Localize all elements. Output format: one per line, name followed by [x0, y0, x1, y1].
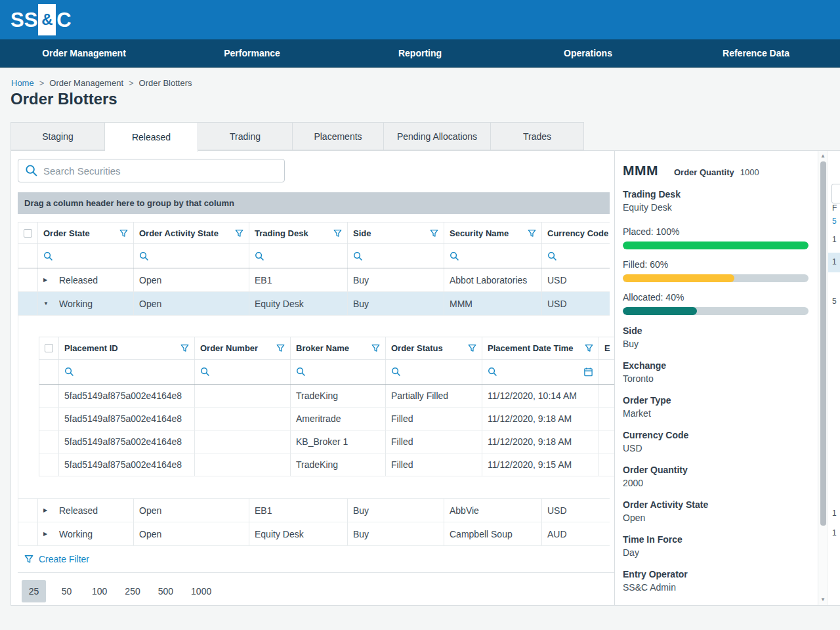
top-brand-bar: SS&C: [0, 0, 840, 39]
row-checkbox-cell: [39, 408, 59, 430]
nav-reporting[interactable]: Reporting: [336, 39, 504, 67]
field-label: Time In Force: [623, 534, 808, 545]
field-label: Currency Code: [623, 430, 808, 441]
tab-pending-allocations[interactable]: Pending Allocations: [384, 122, 491, 150]
cell-order-number: [195, 453, 291, 476]
filter-cell-side[interactable]: [348, 244, 444, 268]
select-all-checkbox[interactable]: [45, 344, 53, 352]
field-value: Equity Desk: [623, 202, 808, 213]
detail-field-order-quantity: Order Quantity2000: [623, 465, 808, 489]
page-size-25[interactable]: 25: [22, 580, 46, 602]
cell-order-status: Filled: [386, 453, 482, 476]
filter-funnel-icon[interactable]: [430, 229, 438, 238]
blotter-tabs: Staging Released Trading Placements Pend…: [10, 122, 584, 152]
filter-funnel-icon[interactable]: [333, 229, 342, 238]
order-row-2[interactable]: ▶Released Open EB1 Buy AbbVie USD: [18, 499, 610, 522]
filter-funnel-icon[interactable]: [119, 229, 128, 238]
filter-funnel-icon[interactable]: [180, 344, 189, 352]
field-value: Open: [623, 513, 808, 524]
order-row-3[interactable]: ▶Working Open Equity Desk Buy Campbell S…: [18, 522, 610, 546]
create-filter-label: Create Filter: [39, 554, 89, 564]
orders-filter-row: [18, 244, 610, 268]
breadcrumb-home[interactable]: Home: [11, 78, 34, 88]
nav-order-management[interactable]: Order Management: [0, 39, 168, 67]
page-size-250[interactable]: 250: [120, 580, 144, 602]
field-label: Exchange: [623, 360, 808, 371]
filter-funnel-icon[interactable]: [276, 344, 285, 352]
col-broker-name[interactable]: Broker Name: [291, 337, 386, 359]
tab-placements[interactable]: Placements: [293, 122, 384, 150]
order-detail-panel: MMM Order Quantity 1000 Trading Desk Equ…: [614, 151, 818, 605]
col-order-status[interactable]: Order Status: [386, 337, 482, 359]
expand-arrow-icon[interactable]: ▶: [43, 277, 52, 283]
placement-row-1[interactable]: 5fad5149af875a002e4164e8 Ameritrade Fill…: [39, 408, 614, 430]
filter-cell-security-name[interactable]: [444, 244, 542, 268]
filter-funnel-icon[interactable]: [371, 344, 380, 352]
tab-released[interactable]: Released: [105, 122, 198, 152]
nav-operations[interactable]: Operations: [504, 39, 672, 67]
clipped-right-panel: F 5 1 1 5 1 1: [828, 151, 840, 605]
select-all-checkbox[interactable]: [24, 229, 32, 238]
col-label: Side: [353, 228, 371, 238]
create-filter-button[interactable]: Create Filter: [18, 546, 614, 573]
page-size-50[interactable]: 50: [54, 580, 79, 602]
page-size-1000[interactable]: 1000: [186, 580, 216, 602]
nav-reference-data[interactable]: Reference Data: [672, 39, 840, 67]
scroll-down-arrow-icon[interactable]: ▼: [818, 595, 828, 604]
group-by-drop-zone[interactable]: Drag a column header here to group by th…: [18, 192, 610, 214]
filter-cell-order-status[interactable]: [386, 360, 482, 384]
row-checkbox-cell: [39, 385, 59, 407]
col-side[interactable]: Side: [348, 222, 444, 243]
calendar-icon[interactable]: [583, 367, 593, 377]
scroll-up-arrow-icon[interactable]: ▲: [818, 152, 828, 161]
col-order-activity-state[interactable]: Order Activity State: [134, 222, 249, 243]
filter-cell-currency-code[interactable]: [542, 244, 610, 268]
tab-trades[interactable]: Trades: [491, 122, 584, 150]
breadcrumb-separator: >: [129, 78, 134, 88]
expand-arrow-icon[interactable]: ▶: [43, 507, 52, 513]
progress-track: [623, 242, 808, 249]
cell-placement-date-time: 11/12/2020, 9:18 AM: [482, 408, 599, 430]
col-order-state[interactable]: Order State: [38, 222, 134, 243]
row-checkbox-cell: [18, 499, 38, 522]
filter-cell-placement-date-time[interactable]: [482, 360, 599, 384]
detail-field-time-in-force: Time In ForceDay: [623, 534, 808, 558]
cell-placement-date-time: 11/12/2020, 9:18 AM: [482, 430, 599, 453]
column-search-icon: [43, 251, 53, 261]
placement-row-3[interactable]: 5fad5149af875a002e4164e8 TradeKing Fille…: [39, 453, 614, 476]
cell-order-activity-state: Open: [134, 522, 249, 545]
collapse-arrow-icon[interactable]: ▼: [43, 301, 52, 306]
filter-cell-placement-id[interactable]: [59, 360, 195, 384]
page-size-100[interactable]: 100: [87, 580, 112, 602]
scrollbar-thumb[interactable]: [820, 161, 826, 526]
col-label: Broker Name: [296, 343, 349, 353]
col-order-number[interactable]: Order Number: [195, 337, 291, 359]
order-row-1-selected[interactable]: ▼Working Open Equity Desk Buy MMM USD: [18, 292, 610, 316]
placement-row-0[interactable]: 5fad5149af875a002e4164e8 TradeKing Parti…: [39, 385, 614, 408]
placement-row-2[interactable]: 5fad5149af875a002e4164e8 KB_Broker 1 Fil…: [39, 430, 614, 453]
nav-performance[interactable]: Performance: [168, 39, 336, 67]
filter-cell-broker-name[interactable]: [291, 360, 386, 384]
col-currency-code[interactable]: Currency Code: [542, 222, 610, 243]
filter-funnel-icon[interactable]: [585, 344, 593, 352]
col-trading-desk[interactable]: Trading Desk: [249, 222, 348, 243]
ssc-logo[interactable]: SS&C: [10, 4, 72, 35]
tab-staging[interactable]: Staging: [10, 122, 105, 150]
cell-currency-code: AUD: [542, 522, 610, 545]
col-placement-date-time[interactable]: Placement Date Time: [482, 337, 599, 359]
order-row-0[interactable]: ▶Released Open EB1 Buy Abbot Laboratorie…: [18, 268, 610, 292]
search-securities-input[interactable]: [43, 165, 278, 177]
filter-cell-order-state[interactable]: [38, 244, 134, 268]
filter-cell-order-activity-state[interactable]: [134, 244, 249, 268]
page-size-500[interactable]: 500: [154, 580, 178, 602]
filter-funnel-icon[interactable]: [468, 344, 476, 352]
col-security-name[interactable]: Security Name: [444, 222, 542, 243]
filter-funnel-icon[interactable]: [528, 229, 536, 238]
expand-arrow-icon[interactable]: ▶: [43, 531, 52, 537]
col-placement-id[interactable]: Placement ID: [59, 337, 195, 359]
filter-cell-trading-desk[interactable]: [249, 244, 348, 268]
filter-funnel-icon[interactable]: [235, 229, 243, 238]
breadcrumb-order-management[interactable]: Order Management: [49, 78, 123, 88]
tab-trading[interactable]: Trading: [198, 122, 293, 150]
filter-cell-order-number[interactable]: [195, 360, 291, 384]
